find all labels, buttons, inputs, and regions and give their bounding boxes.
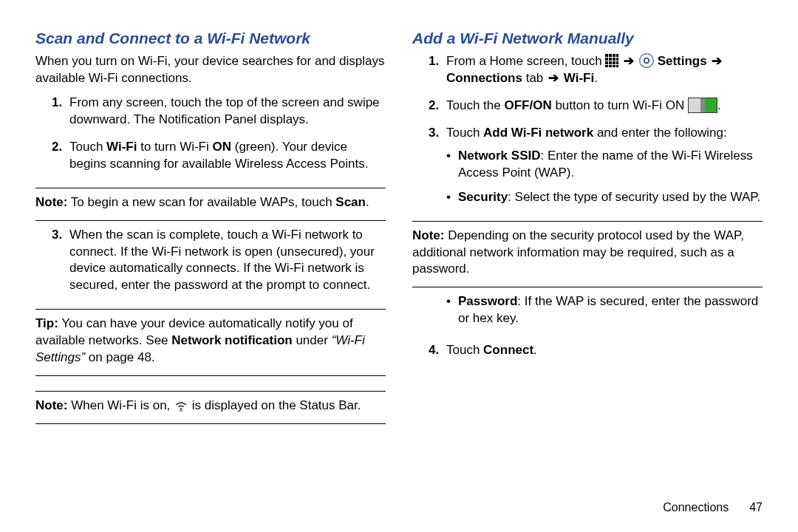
left-step-3: When the scan is complete, touch a Wi-Fi… xyxy=(69,227,386,295)
left-intro: When you turn on Wi-Fi, your device sear… xyxy=(35,53,386,87)
text: Depending on the security protocol used … xyxy=(412,228,744,276)
footer-page-number: 47 xyxy=(749,501,763,514)
wifi-label: Wi-Fi xyxy=(106,140,137,154)
manual-page: Scan and Connect to a Wi-Fi Network When… xyxy=(0,0,798,532)
right-bullets-2: Password: If the WAP is secured, enter t… xyxy=(412,293,763,335)
offon-label: OFF/ON xyxy=(504,98,551,112)
networknotif-label: Network notification xyxy=(171,333,292,347)
footer-section: Connections xyxy=(663,501,729,514)
addwifi-label: Add Wi-Fi network xyxy=(483,126,593,140)
page-footer: Connections 47 xyxy=(663,501,763,514)
security-label: Security xyxy=(458,190,508,204)
arrow-icon: ➔ xyxy=(548,71,559,85)
right-bullets-1: Network SSID: Enter the name of the Wi-F… xyxy=(446,148,763,206)
right-step-4: Touch Connect. xyxy=(446,342,763,359)
text: . xyxy=(533,343,537,357)
right-steps-cont: Touch Connect. xyxy=(412,342,763,369)
settings-label: Settings xyxy=(658,54,707,68)
left-tip: Tip: You can have your device automatica… xyxy=(35,316,386,366)
right-step-3: Touch Add Wi-Fi network and enter the fo… xyxy=(446,125,763,206)
connections-label: Connections xyxy=(446,71,522,85)
text: button to turn Wi-Fi ON xyxy=(552,98,688,112)
text: To begin a new scan for available WAPs, … xyxy=(67,195,335,209)
on-label: ON xyxy=(213,140,232,154)
apps-grid-icon xyxy=(605,54,618,67)
left-step-1: From any screen, touch the top of the sc… xyxy=(69,95,386,129)
text: and enter the following: xyxy=(593,126,727,140)
text: . xyxy=(594,71,598,85)
left-steps: From any screen, touch the top of the sc… xyxy=(35,95,386,183)
wifi-status-icon xyxy=(174,398,188,412)
right-note: Note: Depending on the security protocol… xyxy=(412,228,763,279)
tip-label: Tip: xyxy=(35,316,58,330)
left-note-1: Note: To begin a new scan for available … xyxy=(35,194,386,211)
separator xyxy=(35,375,386,376)
separator xyxy=(35,220,386,221)
svg-point-1 xyxy=(644,58,649,64)
left-steps-cont: When the scan is complete, touch a Wi-Fi… xyxy=(35,227,386,305)
separator xyxy=(35,309,386,310)
right-step-2: Touch the OFF/ON button to turn Wi-Fi ON… xyxy=(446,98,763,115)
left-note-2: Note: When Wi-Fi is on, is displayed on … xyxy=(35,398,386,415)
toggle-on-icon xyxy=(688,98,717,113)
text: under xyxy=(293,333,332,347)
separator xyxy=(412,287,763,287)
separator xyxy=(35,391,386,392)
bullet-password: Password: If the WAP is secured, enter t… xyxy=(446,293,763,327)
left-step-2: Touch Wi-Fi to turn Wi-Fi ON (green). Yo… xyxy=(69,139,386,173)
connect-label: Connect xyxy=(483,343,533,357)
text: tab xyxy=(522,71,547,85)
svg-point-0 xyxy=(640,54,653,67)
note-label: Note: xyxy=(412,228,444,242)
separator xyxy=(412,221,763,222)
password-label: Password xyxy=(458,294,517,308)
text: : Select the type of security used by th… xyxy=(508,190,760,204)
text: Touch xyxy=(69,140,106,154)
text: Touch the xyxy=(446,98,504,112)
note-label: Note: xyxy=(35,195,67,209)
text: Touch xyxy=(446,126,483,140)
text: is displayed on the Status Bar. xyxy=(192,398,361,412)
text: When Wi-Fi is on, xyxy=(67,398,174,412)
settings-gear-icon xyxy=(639,53,654,68)
note-label: Note: xyxy=(35,398,67,412)
arrow-icon: ➔ xyxy=(712,54,722,68)
text: on page 48. xyxy=(85,350,155,364)
text: . xyxy=(717,98,721,112)
scan-label: Scan xyxy=(335,195,366,209)
separator xyxy=(35,423,386,424)
separator xyxy=(35,188,386,188)
bullet-ssid: Network SSID: Enter the name of the Wi-F… xyxy=(446,148,763,182)
arrow-icon: ➔ xyxy=(624,54,634,68)
right-heading: Add a Wi-Fi Network Manually xyxy=(412,30,763,47)
right-step-1: From a Home screen, touch ➔ Settings ➔ C… xyxy=(446,53,763,87)
text: From a Home screen, touch xyxy=(446,54,605,68)
text: Touch xyxy=(446,343,483,357)
right-column: Add a Wi-Fi Network Manually From a Home… xyxy=(412,30,763,517)
ssid-label: Network SSID xyxy=(458,149,540,163)
text: . xyxy=(366,195,369,209)
left-heading: Scan and Connect to a Wi-Fi Network xyxy=(35,30,386,47)
text: to turn Wi-Fi xyxy=(137,140,212,154)
wifi-label: Wi-Fi xyxy=(564,71,594,85)
right-steps: From a Home screen, touch ➔ Settings ➔ C… xyxy=(412,53,763,216)
bullet-security: Security: Select the type of security us… xyxy=(446,189,763,206)
left-column: Scan and Connect to a Wi-Fi Network When… xyxy=(35,30,386,517)
